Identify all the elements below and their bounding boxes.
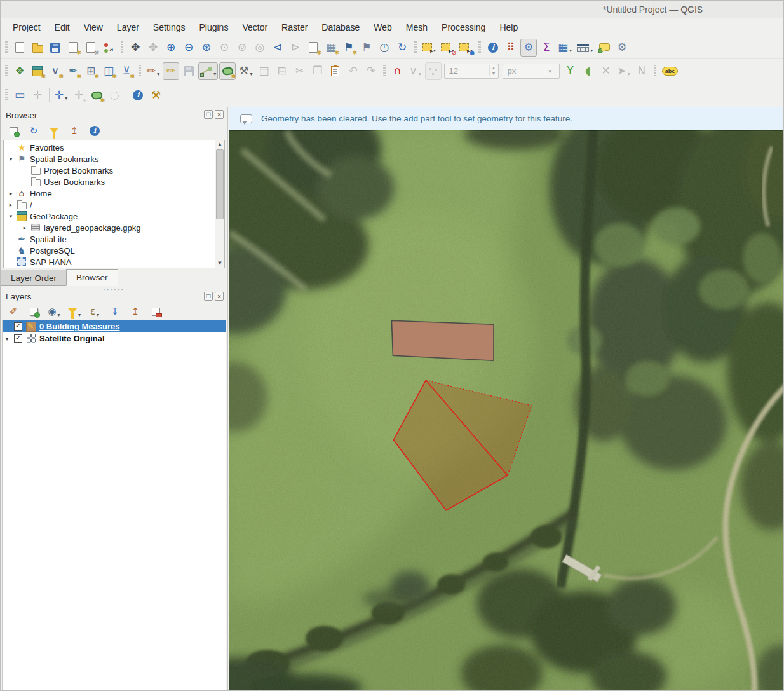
open-layer-styling-panel-button[interactable]: ✐ bbox=[5, 304, 22, 319]
map-tips-button[interactable] bbox=[596, 39, 612, 57]
menu-vector[interactable]: Vector bbox=[235, 20, 274, 35]
zoom-out-button[interactable]: ⊖ bbox=[180, 39, 197, 57]
tree-item-geopackage[interactable]: ▾GeoPackage bbox=[4, 210, 224, 222]
manage-map-themes-button[interactable]: ◉▾ bbox=[46, 304, 62, 319]
dropdown-arrow-icon[interactable]: ▾ bbox=[569, 41, 572, 53]
pan-map-button[interactable]: ✥ bbox=[127, 39, 144, 57]
tree-item-spatialite[interactable]: ✒SpatiaLite bbox=[4, 233, 224, 245]
processing-toolbox-button[interactable]: ⚙ bbox=[520, 39, 537, 57]
paste-features-button[interactable] bbox=[327, 62, 344, 80]
tree-item-favorites[interactable]: ★Favorites bbox=[4, 142, 224, 153]
expander-icon[interactable]: ▸ bbox=[6, 202, 15, 208]
avoid-overlap-on-active-layer-button[interactable]: ◖ bbox=[580, 62, 597, 80]
layer-visibility-checkbox[interactable] bbox=[14, 322, 22, 331]
add-selected-layers-button[interactable] bbox=[5, 123, 22, 139]
scroll-up-icon[interactable]: ▲ bbox=[215, 140, 224, 149]
layer-labeling-options-button[interactable] bbox=[660, 62, 680, 80]
expander-icon[interactable]: ▾ bbox=[6, 156, 15, 162]
menu-mesh[interactable]: Mesh bbox=[399, 20, 435, 35]
menu-plugins[interactable]: Plugins bbox=[192, 20, 235, 35]
dropdown-arrow-icon[interactable]: ▾ bbox=[58, 306, 60, 318]
close-panel-button[interactable]: ✕ bbox=[215, 292, 224, 301]
tab-layer-order[interactable]: Layer Order bbox=[1, 270, 67, 286]
new-spatial-bookmark-button[interactable]: ⚑✱ bbox=[341, 39, 357, 57]
float-panel-button[interactable]: ❐ bbox=[204, 292, 213, 301]
scroll-down-icon[interactable]: ▼ bbox=[215, 259, 224, 268]
vertex-tool-button[interactable]: ⚒▾ bbox=[237, 62, 254, 80]
expand-all-button[interactable]: ↧ bbox=[107, 304, 123, 319]
zoom-in-button[interactable]: ⊕ bbox=[163, 39, 179, 57]
menu-layer[interactable]: Layer bbox=[110, 20, 146, 35]
menu-web[interactable]: Web bbox=[367, 20, 399, 35]
tree-item-layered-geopackage-gpkg[interactable]: ▸layered_geopackage.gpkg bbox=[4, 222, 224, 233]
current-edits-button[interactable]: ✏▾ bbox=[145, 62, 161, 80]
advanced-digitizing-options-button[interactable]: ⚒ bbox=[147, 86, 164, 104]
tree-item-postgresql[interactable]: ♞PostgreSQL bbox=[4, 245, 224, 256]
dropdown-arrow-icon[interactable]: ▾ bbox=[250, 65, 253, 77]
digitize-with-segment-button[interactable]: ▾ bbox=[198, 62, 218, 80]
enable-snapping-button[interactable]: ∩ bbox=[389, 62, 406, 80]
new-shapefile-layer-button[interactable]: ∨✱ bbox=[47, 62, 64, 80]
metasearch-button[interactable]: ⚙ bbox=[614, 39, 630, 57]
dropdown-arrow-icon[interactable]: ▾ bbox=[590, 41, 593, 53]
topological-editing-button[interactable]: Y bbox=[562, 62, 579, 80]
new-spatialite-layer-button[interactable]: ✒✱ bbox=[65, 62, 81, 80]
new-geopackage-layer-button[interactable]: ✱ bbox=[29, 62, 46, 80]
refresh-browser-button[interactable]: ↻ bbox=[25, 123, 42, 139]
menu-database[interactable]: Database bbox=[314, 20, 367, 35]
dropdown-arrow-icon[interactable]: ▾ bbox=[419, 65, 421, 77]
remove-layer-group-button[interactable] bbox=[147, 304, 164, 319]
identify-features-button[interactable] bbox=[485, 39, 501, 57]
measure-button[interactable]: ▾ bbox=[575, 39, 595, 57]
enable-disable-properties-widget-button[interactable] bbox=[86, 123, 103, 139]
dropdown-arrow-icon[interactable]: ▾ bbox=[157, 65, 159, 77]
dropdown-arrow-icon[interactable]: ▾ bbox=[213, 65, 216, 77]
menu-settings[interactable]: Settings bbox=[146, 20, 193, 35]
new-temporary-scratch-layer-button[interactable]: ⊞✱ bbox=[83, 62, 99, 80]
select-features-button[interactable]: ▾ bbox=[421, 39, 438, 57]
add-polygon-feature-button[interactable]: ✱ bbox=[219, 62, 236, 80]
panel-splitter[interactable]: ······ bbox=[1, 287, 227, 291]
menu-processing[interactable]: Processing bbox=[435, 20, 492, 35]
select-by-location-button[interactable]: ●▾ bbox=[457, 39, 475, 57]
save-project-button[interactable] bbox=[47, 39, 64, 57]
menu-edit[interactable]: Edit bbox=[48, 20, 77, 35]
new-project-button[interactable] bbox=[11, 39, 28, 57]
menu-help[interactable]: Help bbox=[492, 20, 525, 35]
new-3d-map-view-button[interactable]: ▦✱ bbox=[323, 39, 339, 57]
new-map-view-button[interactable]: ✱ bbox=[305, 39, 321, 57]
tree-item-project-bookmarks[interactable]: Project Bookmarks bbox=[4, 165, 224, 176]
menu-project[interactable]: Project bbox=[6, 20, 48, 35]
scrollbar-thumb[interactable] bbox=[216, 149, 224, 219]
collapse-all-button[interactable]: ↥ bbox=[66, 123, 83, 139]
toggle-editing-button[interactable]: ✏ bbox=[163, 62, 179, 80]
expander-icon[interactable]: ▾ bbox=[6, 213, 15, 219]
move-feature-button[interactable]: ✛▾ bbox=[53, 86, 69, 104]
temporal-controller-button[interactable]: ◷ bbox=[376, 39, 393, 57]
tree-item-user-bookmarks[interactable]: User Bookmarks bbox=[4, 176, 224, 188]
reshape-features-button[interactable]: ✱ bbox=[88, 86, 105, 104]
add-group-button[interactable] bbox=[25, 304, 42, 319]
menu-view[interactable]: View bbox=[77, 20, 110, 35]
statistical-summary-button[interactable]: ⠿ bbox=[503, 39, 519, 57]
tab-browser[interactable]: Browser bbox=[66, 269, 118, 286]
expander-icon[interactable]: ▾ bbox=[3, 336, 11, 342]
menu-raster[interactable]: Raster bbox=[274, 20, 314, 35]
identify-info-button[interactable] bbox=[130, 86, 146, 104]
style-manager-button[interactable] bbox=[100, 39, 117, 57]
open-data-source-manager-button[interactable]: ❖ bbox=[11, 62, 28, 80]
filter-legend-by-expression-button[interactable]: ε▾ bbox=[86, 304, 103, 319]
layer-visibility-checkbox[interactable] bbox=[14, 334, 22, 343]
tree-item-home[interactable]: ▸⌂Home bbox=[4, 188, 224, 199]
new-print-layout-button[interactable]: ✱ bbox=[65, 39, 81, 57]
open-project-button[interactable] bbox=[29, 39, 46, 57]
float-panel-button[interactable]: ❐ bbox=[204, 110, 213, 119]
filter-legend-button[interactable]: ▾ bbox=[66, 304, 83, 319]
new-mesh-layer-button[interactable]: ◫✱ bbox=[100, 62, 117, 80]
deselect-features-button[interactable]: ⊘▾ bbox=[439, 39, 456, 57]
dropdown-arrow-icon[interactable]: ▾ bbox=[65, 89, 67, 101]
collapse-all-layers-button[interactable]: ↥ bbox=[127, 304, 144, 319]
dropdown-arrow-icon[interactable]: ▾ bbox=[97, 306, 99, 318]
open-attribute-table-button[interactable]: ▦▾ bbox=[556, 39, 574, 57]
layer-item-0-building-measures[interactable]: 0 Building Measures bbox=[3, 320, 226, 332]
